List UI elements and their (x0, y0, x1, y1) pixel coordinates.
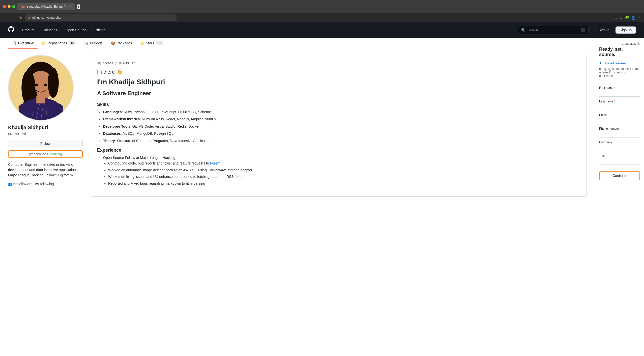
greenhouse-header: Great Skate ⓘ Ready, set, source. ⬆ Uplo… (595, 38, 644, 86)
browser-tab[interactable]: 🐙 squarebat (Khadija Sidhpuri) · ✕ (17, 3, 75, 10)
tab-close-icon[interactable]: ✕ (69, 5, 71, 8)
close-button[interactable] (3, 5, 6, 8)
tab-favicon: 🐙 (21, 5, 25, 8)
solutions-chevron-icon: ▾ (58, 29, 60, 32)
browser-chrome: 🐙 squarebat (Khadija Sidhpuri) · ✕ + (0, 0, 644, 13)
zoom-icon: ⊕ (614, 16, 618, 20)
experience-sub-item: Contributing code, bug reports and fixes… (108, 160, 580, 166)
form-label-title: Title (599, 154, 640, 158)
open-source-chevron-icon: ▾ (87, 29, 89, 32)
back-button[interactable]: ← (3, 15, 9, 21)
profile-stats: 👥 62 followers · 59 following (8, 182, 83, 186)
skill-item: Frameworks/Libraries: Ruby on Rails, Rea… (103, 116, 580, 122)
profile-body: Khadija Sidhpuri squarebat Follow greenh… (0, 49, 595, 203)
search-bar[interactable]: 🔍 Search / (518, 26, 589, 34)
menu-icon[interactable]: ⋮ (637, 16, 641, 20)
greenhouse-badge[interactable]: greenhouse Recruiting (8, 150, 83, 158)
input-company[interactable] (599, 145, 640, 151)
form-field-phone: Phone number (599, 127, 640, 138)
readme-experience-list: Open Source Fellow at Major League Hacki… (97, 155, 580, 186)
greenhouse-or-text: or highlight first and last name or emai… (599, 67, 640, 78)
following-label: following (40, 182, 54, 186)
nav-pricing[interactable]: Pricing (95, 27, 105, 33)
followers-label: followers (18, 182, 32, 186)
new-tab-button[interactable]: + (77, 4, 80, 9)
input-last-name[interactable] (599, 104, 640, 110)
tab-packages-label: Packages (116, 41, 132, 45)
skill-item: Databases: MySQL, MongoDB, PostgreSQL (103, 131, 580, 136)
input-first-name[interactable] (599, 91, 640, 97)
github-logo[interactable] (8, 26, 14, 34)
input-title[interactable] (599, 159, 640, 165)
nav-product[interactable]: Product ▾ (22, 27, 37, 33)
svg-point-15 (35, 84, 38, 86)
follow-button[interactable]: Follow (8, 140, 83, 147)
profile-tabs: 📋 Overview 📁 Repositories 16 📊 Projects … (0, 38, 595, 49)
form-label-company: Company (599, 141, 640, 144)
skill-item: Languages: Ruby, Python, C++, C, JavaScr… (103, 109, 580, 115)
greenhouse-form: First name *Last name *EmailPhone number… (595, 86, 644, 165)
address-bar-row: ← → ↻ 🔒 github.com/squarebat ⊕ ☆ 🧩 👤 ⋮ (0, 13, 644, 22)
tab-overview[interactable]: 📋 Overview (8, 38, 38, 49)
traffic-lights (3, 5, 15, 8)
packages-icon: 📦 (111, 41, 115, 45)
repositories-count: 16 (69, 41, 76, 45)
svg-point-16 (44, 84, 47, 86)
projects-icon: 📊 (84, 41, 88, 45)
continue-button[interactable]: Continue (599, 171, 640, 180)
readme-card: squarebat / README.md Hi there 👋 I'm Kha… (91, 55, 587, 197)
form-field-company: Company (599, 141, 640, 151)
profile-username: squarebat (8, 131, 83, 136)
forward-button[interactable]: → (11, 15, 16, 21)
form-label-last-name: Last name * (599, 100, 640, 103)
stars-count: 62 (156, 41, 163, 45)
bookmark-icon[interactable]: ☆ (620, 16, 623, 20)
github-content: 📋 Overview 📁 Repositories 16 📊 Projects … (0, 38, 595, 356)
greenhouse-footer: Continue (595, 168, 644, 183)
greenhouse-title: Ready, set, source. (599, 47, 640, 57)
tab-title: squarebat (Khadija Sidhpuri) · (27, 5, 67, 8)
experience-sub-list: Contributing code, bug reports and fixes… (103, 160, 580, 186)
form-label-email: Email (599, 113, 640, 117)
profile-icon[interactable]: 👤 (631, 16, 635, 20)
followers-count[interactable]: 62 (13, 182, 17, 186)
search-placeholder: Search (528, 28, 538, 32)
forem-link[interactable]: Forem (210, 161, 220, 165)
input-phone[interactable] (599, 131, 640, 138)
profile-sidebar: Khadija Sidhpuri squarebat Follow greenh… (8, 55, 83, 197)
readme-path-link[interactable]: squarebat / README.md (97, 61, 135, 65)
tab-repositories[interactable]: 📁 Repositories 16 (38, 38, 80, 49)
nav-open-source[interactable]: Open Source ▾ (66, 27, 89, 33)
svg-point-13 (18, 103, 38, 113)
svg-point-14 (43, 103, 63, 113)
nav-solutions[interactable]: Solutions ▾ (43, 27, 60, 33)
form-field-last-name: Last name * (599, 100, 640, 110)
main-layout: 📋 Overview 📁 Repositories 16 📊 Projects … (0, 38, 644, 356)
lock-icon: 🔒 (28, 16, 31, 19)
extension-icons: ⊕ ☆ 🧩 👤 ⋮ (614, 16, 641, 20)
form-label-first-name: First name * (599, 86, 640, 90)
tab-projects-label: Projects (90, 41, 103, 45)
avatar-wrapper (8, 55, 74, 121)
profile-bio: Computer Engineer interested in backend … (8, 162, 83, 178)
skill-item: Developer Tools: Git, VS Code, Visual St… (103, 124, 580, 129)
tab-overview-label: Overview (18, 41, 34, 45)
tab-packages[interactable]: 📦 Packages (107, 38, 136, 49)
reload-button[interactable]: ↻ (18, 15, 23, 21)
readme-subtitle: A Software Engineer (97, 90, 580, 99)
signin-link[interactable]: Sign in (599, 28, 609, 32)
minimize-button[interactable] (8, 5, 11, 8)
following-count[interactable]: 59 (35, 182, 39, 186)
address-bar[interactable]: 🔒 github.com/squarebat (25, 14, 177, 21)
profile-name: Khadija Sidhpuri (8, 125, 83, 130)
extensions-icon[interactable]: 🧩 (625, 16, 629, 20)
upload-resume-button[interactable]: ⬆ Upload resume (599, 61, 640, 65)
signup-button[interactable]: Sign up (616, 26, 636, 34)
input-email[interactable] (599, 118, 640, 124)
tab-projects[interactable]: 📊 Projects (80, 38, 107, 49)
url-display: github.com/squarebat (32, 16, 61, 19)
tab-stars[interactable]: ⭐ Stars 62 (136, 38, 167, 49)
readme-h1: I'm Khadija Sidhpuri (97, 78, 580, 86)
maximize-button[interactable] (12, 5, 15, 8)
github-navbar: Product ▾ Solutions ▾ Open Source ▾ Pric… (0, 22, 644, 38)
